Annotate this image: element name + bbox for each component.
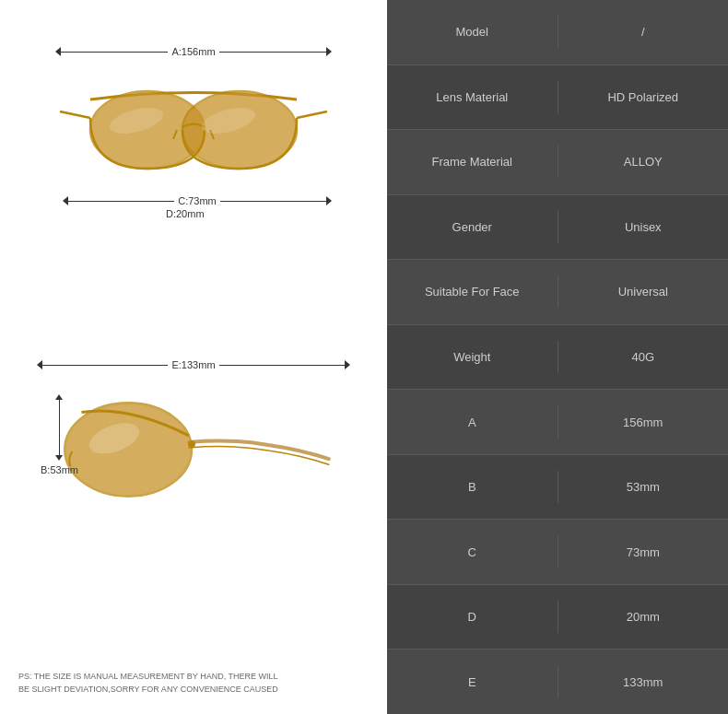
specs-table: Model/Lens MaterialHD PolarizedFrame Mat…	[387, 0, 728, 714]
dimension-c-row: C:73mm	[63, 195, 332, 206]
arrow-c-left	[63, 196, 68, 205]
side-diagram: E:133mm B:53mm	[18, 350, 369, 608]
spec-value-10: 133mm	[558, 666, 729, 698]
spec-row-suitable-for-face: Suitable For FaceUniversal	[387, 260, 728, 325]
spec-key-1: Lens Material	[387, 81, 558, 113]
arrow-right	[326, 47, 332, 56]
spec-value-9: 20mm	[558, 601, 729, 633]
spec-value-5: 40G	[558, 341, 729, 373]
spec-value-4: Universal	[558, 275, 729, 308]
spec-value-6: 156mm	[558, 406, 729, 439]
spec-row-c: C73mm	[387, 520, 728, 585]
dim-e-label: E:133mm	[168, 359, 218, 370]
spec-value-2: ALLOY	[558, 146, 729, 178]
spec-key-2: Frame Material	[387, 146, 558, 178]
glasses-side-svg	[44, 383, 343, 516]
arrow-line-c1	[68, 201, 174, 202]
dim-b-label: B:53mm	[41, 464, 78, 475]
spec-row-model: Model/	[387, 0, 728, 65]
b-vertical-line	[59, 400, 60, 455]
glasses-side-image: B:53mm	[28, 376, 359, 523]
left-panel: A:156mm	[0, 0, 387, 714]
arrow-e-right	[345, 360, 350, 369]
arrow-line-e2	[219, 365, 345, 366]
spec-row-frame-material: Frame MaterialALLOY	[387, 130, 728, 195]
spec-key-10: E	[387, 666, 558, 698]
ps-note-line1: PS: THE SIZE IS MANUAL MEASUREMENT BY HA…	[18, 672, 278, 681]
spec-key-7: B	[387, 471, 558, 503]
svg-point-10	[188, 440, 195, 448]
spec-row-a: A156mm	[387, 390, 728, 455]
spec-row-gender: GenderUnisex	[387, 195, 728, 261]
front-diagram: A:156mm	[18, 18, 369, 350]
dimension-a-row: A:156mm	[55, 46, 332, 57]
dim-c-label: C:73mm	[174, 195, 220, 206]
arrow-line-a	[61, 52, 168, 53]
spec-value-1: HD Polarized	[558, 81, 729, 113]
glasses-front-image	[55, 63, 332, 192]
dim-d-label: D:20mm	[166, 208, 332, 219]
spec-value-0: /	[558, 16, 729, 48]
spec-key-5: Weight	[387, 341, 558, 373]
arrow-line-a2	[219, 52, 326, 53]
spec-row-weight: Weight40G	[387, 325, 728, 391]
arrow-c-right	[326, 196, 332, 205]
spec-row-e: E133mm	[387, 650, 728, 714]
spec-value-8: 73mm	[558, 536, 729, 568]
cd-dimension-area: C:73mm D:20mm	[55, 195, 332, 219]
svg-line-1	[297, 111, 327, 118]
svg-line-0	[60, 111, 90, 118]
spec-row-d: D20mm	[387, 585, 728, 650]
spec-row-b: B53mm	[387, 455, 728, 521]
glasses-front-svg	[55, 63, 332, 192]
b-arrow-bottom	[55, 455, 63, 461]
arrow-line-c2	[220, 201, 326, 202]
spec-value-3: Unisex	[558, 211, 729, 243]
arrow-line-e1	[42, 365, 168, 366]
ps-note: PS: THE SIZE IS MANUAL MEASUREMENT BY HA…	[18, 671, 278, 696]
spec-key-4: Suitable For Face	[387, 275, 558, 308]
spec-key-9: D	[387, 601, 558, 633]
svg-point-8	[65, 403, 192, 496]
dimension-e-row: E:133mm	[37, 359, 350, 370]
spec-key-8: C	[387, 536, 558, 568]
dim-a-label: A:156mm	[168, 46, 218, 57]
b-dimension-indicator: B:53mm	[41, 394, 78, 475]
spec-row-lens-material: Lens MaterialHD Polarized	[387, 65, 728, 131]
spec-key-6: A	[387, 406, 558, 439]
arrow-left	[55, 47, 61, 56]
spec-key-0: Model	[387, 16, 558, 48]
spec-key-3: Gender	[387, 211, 558, 243]
spec-value-7: 53mm	[558, 471, 729, 503]
main-container: A:156mm	[0, 0, 728, 714]
ps-note-line2: BE SLIGHT DEVIATION,SORRY FOR ANY CONVEN…	[18, 685, 278, 694]
arrow-e-left	[37, 360, 42, 369]
